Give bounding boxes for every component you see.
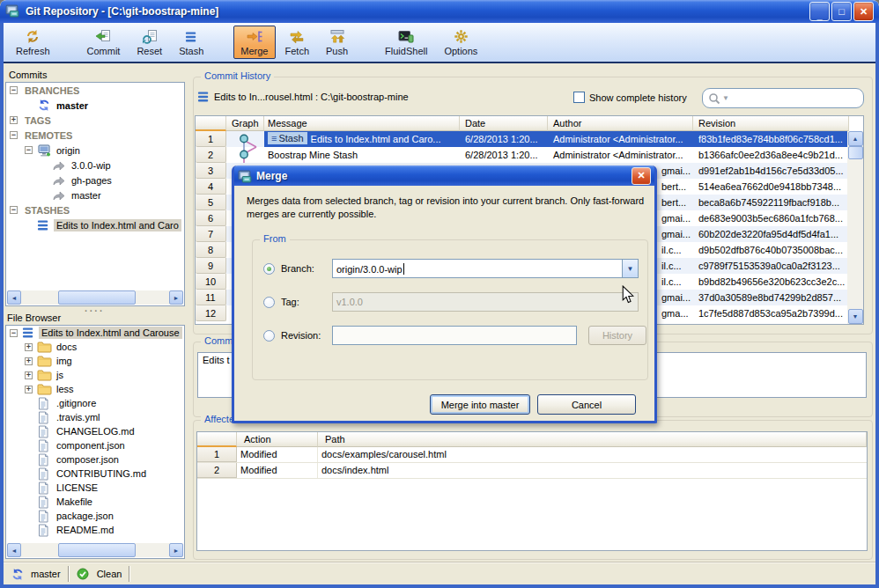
commits-tree-item[interactable]: −BRANCHES <box>6 83 184 98</box>
scroll-left-icon[interactable]: ◄ <box>7 290 21 305</box>
commits-tree-item[interactable]: master <box>6 98 184 113</box>
commit-row[interactable]: 1≡StashEdits to Index.html and Caro...6/… <box>196 131 863 147</box>
scrollbar-thumb[interactable] <box>58 290 136 305</box>
branch-value: origin/3.0.0-wip <box>336 264 403 275</box>
file-browser-tree-item[interactable]: .gitignore <box>6 396 184 410</box>
chevron-down-icon[interactable]: ▼ <box>722 94 729 102</box>
scrollbar-thumb[interactable] <box>848 146 863 159</box>
revision-cell: d991ef2ab1b4d156c7e5d33d05... <box>693 163 849 179</box>
col-header-message[interactable]: Message <box>264 116 460 131</box>
col-header-action[interactable]: Action <box>237 432 318 447</box>
search-input[interactable]: ▼ <box>702 88 864 108</box>
file-browser-tree-item[interactable]: CONTRIBUTING.md <box>6 467 184 481</box>
file-browser-tree-item[interactable]: −Edits to Index.html and Carouse <box>6 326 184 340</box>
affected-file-row[interactable]: 2Modifieddocs/index.html <box>197 463 867 479</box>
file-browser-tree-item[interactable]: package.json <box>6 509 184 523</box>
scroll-right-icon[interactable]: ► <box>169 290 183 305</box>
file-browser-tree-item[interactable]: +docs <box>6 340 184 354</box>
tag-radio[interactable] <box>263 297 275 308</box>
commits-tree-hscrollbar[interactable]: ◄ ► <box>7 290 183 305</box>
file-browser-tree-item[interactable]: CHANGELOG.md <box>6 424 184 438</box>
minimize-button[interactable]: _ <box>809 2 830 21</box>
dialog-close-button[interactable]: ✕ <box>632 167 651 185</box>
file-browser-tree-item[interactable]: +img <box>6 354 184 368</box>
collapse-icon[interactable]: − <box>25 146 33 154</box>
show-complete-history-checkbox[interactable] <box>573 92 585 103</box>
col-header-path[interactable]: Path <box>318 432 867 447</box>
scroll-down-icon[interactable]: ▼ <box>848 309 863 324</box>
expand-icon[interactable]: + <box>25 386 33 393</box>
tree-label: CHANGELOG.md <box>54 425 137 437</box>
scroll-up-icon[interactable]: ▲ <box>848 131 863 146</box>
file-browser-tree-item[interactable]: component.json <box>6 438 184 452</box>
toolbar-button-options[interactable]: Options <box>437 26 484 59</box>
toolbar-button-fetch[interactable]: Fetch <box>278 26 317 59</box>
close-button[interactable]: ✕ <box>853 2 874 21</box>
branch-radio[interactable] <box>263 263 275 275</box>
merge-into-master-button[interactable]: Merge into master <box>430 394 530 415</box>
stash-icon: ≡ <box>271 133 277 143</box>
refresh-icon <box>25 28 41 45</box>
collapse-icon[interactable]: − <box>10 329 18 337</box>
col-header-revision[interactable]: Revision <box>693 116 849 131</box>
file-browser-tree-item[interactable]: README.md <box>6 523 184 537</box>
branch-combobox[interactable]: origin/3.0.0-wip ▼ <box>332 259 639 278</box>
expand-icon[interactable]: + <box>25 371 33 379</box>
file-browser-tree-item[interactable]: +js <box>6 368 184 382</box>
branch-dropdown-icon[interactable]: ▼ <box>622 260 638 277</box>
col-header-number[interactable] <box>197 432 237 447</box>
revision-input[interactable] <box>332 326 577 345</box>
file-icon <box>37 411 54 424</box>
commits-tree-item[interactable]: Edits to Index.html and Caro <box>6 217 184 232</box>
tree-label: less <box>54 383 77 395</box>
file-browser-tree-item[interactable]: Makefile <box>6 495 184 509</box>
commits-tree-item[interactable]: −STASHES <box>6 202 184 217</box>
commits-tree-item[interactable]: +TAGS <box>6 113 184 128</box>
commits-tree-item[interactable]: gh-pages <box>6 173 184 187</box>
tree-label: Edits to Index.html and Carouse <box>39 327 182 339</box>
toolbar-button-reset[interactable]: Reset <box>129 26 169 59</box>
tree-label: package.json <box>54 510 116 522</box>
collapse-icon[interactable]: − <box>10 131 18 139</box>
file-browser-tree-item[interactable]: composer.json <box>6 452 184 467</box>
cancel-button[interactable]: Cancel <box>537 394 636 415</box>
show-complete-history[interactable]: Show complete history <box>573 92 687 103</box>
toolbar-button-stash[interactable]: Stash <box>172 26 211 59</box>
tree-label: master <box>54 99 91 112</box>
commits-tree-item[interactable]: master <box>6 187 184 202</box>
file-browser-tree-item[interactable]: +less <box>6 382 184 396</box>
panel-splitter[interactable]: ···· <box>85 305 105 316</box>
scroll-right-icon[interactable]: ► <box>169 543 183 557</box>
toolbar-button-refresh[interactable]: Refresh <box>9 26 57 59</box>
file-browser-tree-item[interactable]: .travis.yml <box>6 410 184 424</box>
col-header-author[interactable]: Author <box>548 116 693 131</box>
col-header-date[interactable]: Date <box>460 116 548 131</box>
scroll-left-icon[interactable]: ◄ <box>7 543 21 557</box>
maximize-button[interactable]: □ <box>831 2 852 21</box>
expand-icon[interactable]: + <box>25 343 33 351</box>
history-vscrollbar[interactable]: ▲ ▼ <box>847 131 863 324</box>
files-tree-hscrollbar[interactable]: ◄ ► <box>7 543 183 557</box>
file-browser-title: File Browser <box>7 312 61 323</box>
scrollbar-thumb[interactable] <box>58 543 136 557</box>
file-browser-tree-item[interactable]: LICENSE <box>6 481 184 495</box>
commits-tree-item[interactable]: −origin <box>6 143 184 158</box>
revision-radio[interactable] <box>263 330 275 342</box>
remote-branch-icon <box>52 189 69 202</box>
expand-icon[interactable]: + <box>25 357 33 365</box>
toolbar-button-commit[interactable]: Commit <box>80 26 128 59</box>
expand-icon[interactable]: + <box>10 116 18 124</box>
toolbar-button-push[interactable]: Push <box>319 26 355 59</box>
col-header-number[interactable] <box>196 116 226 131</box>
commits-tree-item[interactable]: −REMOTES <box>6 128 184 143</box>
collapse-icon[interactable]: − <box>10 206 18 214</box>
row-number: 12 <box>196 305 226 321</box>
tree-label: REMOTES <box>22 129 75 142</box>
col-header-graph[interactable]: Graph <box>226 116 264 131</box>
toolbar-button-fluidshell[interactable]: FluidShell <box>378 26 434 59</box>
commits-tree-item[interactable]: 3.0.0-wip <box>6 158 184 173</box>
toolbar-button-merge[interactable]: Merge <box>233 26 275 59</box>
commit-row[interactable]: 2Boostrap Mine Stash6/28/2013 1:20...Adm… <box>196 147 863 163</box>
affected-file-row[interactable]: 1Modifieddocs/examples/carousel.html <box>197 447 867 463</box>
collapse-icon[interactable]: − <box>10 86 18 94</box>
